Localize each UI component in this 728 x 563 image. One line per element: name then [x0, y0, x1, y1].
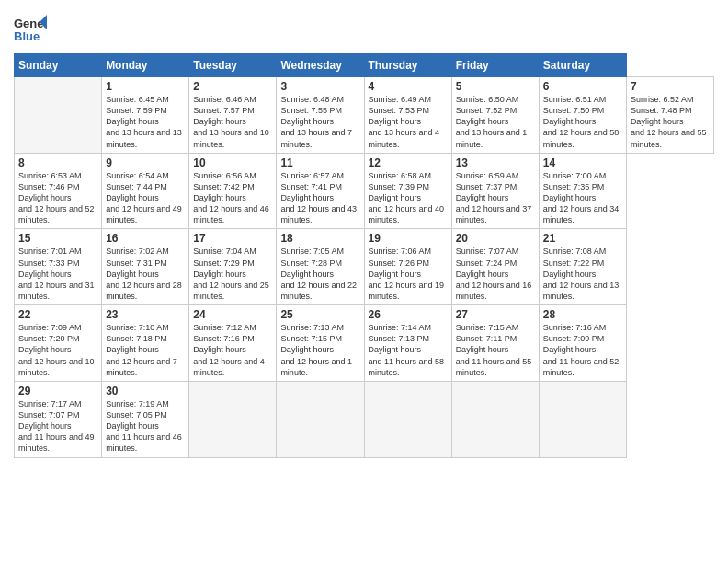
calendar-day-cell: 26 Sunrise: 7:14 AMSunset: 7:13 PMDaylig…	[364, 305, 451, 382]
day-number: 13	[456, 156, 535, 169]
calendar-day-cell: 3 Sunrise: 6:48 AMSunset: 7:55 PMDayligh…	[277, 77, 364, 154]
day-number: 8	[18, 156, 97, 169]
day-number: 16	[106, 232, 185, 245]
calendar-day-cell: 14 Sunrise: 7:00 AMSunset: 7:35 PMDaylig…	[539, 153, 626, 229]
calendar-day-cell: 1 Sunrise: 6:45 AMSunset: 7:59 PMDayligh…	[102, 77, 189, 154]
day-info: Sunrise: 7:09 AMSunset: 7:20 PMDaylight …	[18, 323, 95, 377]
day-info: Sunrise: 7:10 AMSunset: 7:18 PMDaylight …	[106, 323, 177, 377]
calendar-body: 1 Sunrise: 6:45 AMSunset: 7:59 PMDayligh…	[15, 77, 714, 458]
empty-cell	[15, 77, 102, 154]
day-info: Sunrise: 7:04 AMSunset: 7:29 PMDaylight …	[193, 247, 269, 301]
day-info: Sunrise: 6:46 AMSunset: 7:57 PMDaylight …	[193, 95, 269, 149]
weekday-header-cell: Monday	[102, 54, 189, 77]
day-number: 4	[369, 80, 448, 93]
svg-text:Blue: Blue	[14, 29, 40, 43]
day-number: 27	[456, 308, 535, 321]
header: General Blue	[14, 9, 714, 46]
day-number: 2	[193, 80, 272, 93]
day-number: 21	[543, 232, 622, 245]
day-number: 1	[106, 80, 185, 93]
day-info: Sunrise: 7:07 AMSunset: 7:24 PMDaylight …	[456, 247, 532, 301]
calendar-week-row: 15 Sunrise: 7:01 AMSunset: 7:33 PMDaylig…	[15, 229, 714, 305]
day-number: 12	[369, 156, 448, 169]
day-info: Sunrise: 7:16 AMSunset: 7:09 PMDaylight …	[543, 323, 620, 377]
calendar-day-cell: 2 Sunrise: 6:46 AMSunset: 7:57 PMDayligh…	[189, 77, 277, 154]
day-info: Sunrise: 6:53 AMSunset: 7:46 PMDaylight …	[18, 171, 95, 225]
calendar-day-cell	[277, 381, 364, 457]
calendar-day-cell: 20 Sunrise: 7:07 AMSunset: 7:24 PMDaylig…	[451, 229, 539, 305]
calendar-table: SundayMondayTuesdayWednesdayThursdayFrid…	[14, 53, 714, 458]
day-number: 7	[631, 80, 710, 93]
day-number: 22	[18, 308, 97, 321]
calendar-day-cell: 17 Sunrise: 7:04 AMSunset: 7:29 PMDaylig…	[189, 229, 277, 305]
weekday-header-cell: Friday	[451, 54, 539, 77]
calendar-week-row: 29 Sunrise: 7:17 AMSunset: 7:07 PMDaylig…	[15, 381, 714, 457]
day-info: Sunrise: 6:57 AMSunset: 7:41 PMDaylight …	[280, 171, 357, 225]
calendar-day-cell: 18 Sunrise: 7:05 AMSunset: 7:28 PMDaylig…	[277, 229, 364, 305]
calendar-day-cell	[539, 381, 626, 457]
day-info: Sunrise: 6:51 AMSunset: 7:50 PMDaylight …	[543, 95, 620, 149]
calendar-day-cell: 9 Sunrise: 6:54 AMSunset: 7:44 PMDayligh…	[102, 153, 189, 229]
logo-icon: General Blue	[14, 13, 47, 46]
day-info: Sunrise: 7:05 AMSunset: 7:28 PMDaylight …	[280, 247, 357, 301]
calendar-day-cell: 10 Sunrise: 6:56 AMSunset: 7:42 PMDaylig…	[189, 153, 277, 229]
calendar-day-cell: 24 Sunrise: 7:12 AMSunset: 7:16 PMDaylig…	[189, 305, 277, 382]
calendar-day-cell: 8 Sunrise: 6:53 AMSunset: 7:46 PMDayligh…	[15, 153, 102, 229]
day-number: 26	[369, 308, 448, 321]
day-number: 15	[18, 232, 97, 245]
day-info: Sunrise: 7:15 AMSunset: 7:11 PMDaylight …	[456, 323, 532, 377]
day-number: 18	[280, 232, 359, 245]
day-number: 10	[193, 156, 272, 169]
day-info: Sunrise: 6:54 AMSunset: 7:44 PMDaylight …	[106, 171, 182, 225]
day-info: Sunrise: 6:49 AMSunset: 7:53 PMDaylight …	[369, 95, 440, 149]
calendar-day-cell: 11 Sunrise: 6:57 AMSunset: 7:41 PMDaylig…	[277, 153, 364, 229]
calendar-day-cell: 6 Sunrise: 6:51 AMSunset: 7:50 PMDayligh…	[539, 77, 626, 154]
day-info: Sunrise: 7:08 AMSunset: 7:22 PMDaylight …	[543, 247, 620, 301]
day-info: Sunrise: 6:45 AMSunset: 7:59 PMDaylight …	[106, 95, 182, 149]
calendar-week-row: 1 Sunrise: 6:45 AMSunset: 7:59 PMDayligh…	[15, 77, 714, 154]
weekday-header-cell: Saturday	[539, 54, 626, 77]
calendar-day-cell: 4 Sunrise: 6:49 AMSunset: 7:53 PMDayligh…	[364, 77, 451, 154]
calendar-day-cell: 23 Sunrise: 7:10 AMSunset: 7:18 PMDaylig…	[102, 305, 189, 382]
weekday-header-row: SundayMondayTuesdayWednesdayThursdayFrid…	[15, 54, 714, 77]
day-number: 14	[543, 156, 622, 169]
day-info: Sunrise: 7:06 AMSunset: 7:26 PMDaylight …	[369, 247, 445, 301]
day-number: 29	[18, 385, 97, 397]
weekday-header-cell: Tuesday	[189, 54, 277, 77]
calendar-day-cell: 19 Sunrise: 7:06 AMSunset: 7:26 PMDaylig…	[364, 229, 451, 305]
day-info: Sunrise: 7:14 AMSunset: 7:13 PMDaylight …	[369, 323, 445, 377]
day-info: Sunrise: 7:19 AMSunset: 7:05 PMDaylight …	[106, 399, 182, 454]
day-number: 24	[193, 308, 272, 321]
day-number: 17	[193, 232, 272, 245]
calendar-day-cell: 12 Sunrise: 6:58 AMSunset: 7:39 PMDaylig…	[364, 153, 451, 229]
logo: General Blue	[14, 13, 51, 46]
day-number: 9	[106, 156, 185, 169]
calendar-week-row: 22 Sunrise: 7:09 AMSunset: 7:20 PMDaylig…	[15, 305, 714, 382]
weekday-header-cell: Wednesday	[277, 54, 364, 77]
calendar-day-cell: 7 Sunrise: 6:52 AMSunset: 7:48 PMDayligh…	[626, 77, 713, 154]
weekday-header-cell: Thursday	[364, 54, 451, 77]
day-number: 11	[280, 156, 359, 169]
calendar-day-cell: 5 Sunrise: 6:50 AMSunset: 7:52 PMDayligh…	[451, 77, 539, 154]
calendar-day-cell: 22 Sunrise: 7:09 AMSunset: 7:20 PMDaylig…	[15, 305, 102, 382]
calendar-day-cell: 25 Sunrise: 7:13 AMSunset: 7:15 PMDaylig…	[277, 305, 364, 382]
day-info: Sunrise: 6:52 AMSunset: 7:48 PMDaylight …	[631, 95, 707, 149]
day-number: 25	[280, 308, 359, 321]
day-number: 20	[456, 232, 535, 245]
day-number: 5	[456, 80, 535, 93]
day-info: Sunrise: 7:17 AMSunset: 7:07 PMDaylight …	[18, 399, 95, 454]
day-info: Sunrise: 7:00 AMSunset: 7:35 PMDaylight …	[543, 171, 620, 225]
day-info: Sunrise: 6:48 AMSunset: 7:55 PMDaylight …	[280, 95, 352, 149]
calendar-day-cell: 29 Sunrise: 7:17 AMSunset: 7:07 PMDaylig…	[15, 381, 102, 457]
day-info: Sunrise: 7:13 AMSunset: 7:15 PMDaylight …	[280, 323, 352, 377]
day-info: Sunrise: 6:58 AMSunset: 7:39 PMDaylight …	[369, 171, 445, 225]
day-info: Sunrise: 7:01 AMSunset: 7:33 PMDaylight …	[18, 247, 95, 301]
day-info: Sunrise: 6:59 AMSunset: 7:37 PMDaylight …	[456, 171, 532, 225]
day-number: 6	[543, 80, 622, 93]
day-info: Sunrise: 6:50 AMSunset: 7:52 PMDaylight …	[456, 95, 528, 149]
day-number: 28	[543, 308, 622, 321]
page-container: General Blue SundayMondayTuesdayWednesda…	[0, 0, 728, 467]
calendar-day-cell	[189, 381, 277, 457]
day-number: 30	[106, 385, 185, 397]
calendar-day-cell	[451, 381, 539, 457]
